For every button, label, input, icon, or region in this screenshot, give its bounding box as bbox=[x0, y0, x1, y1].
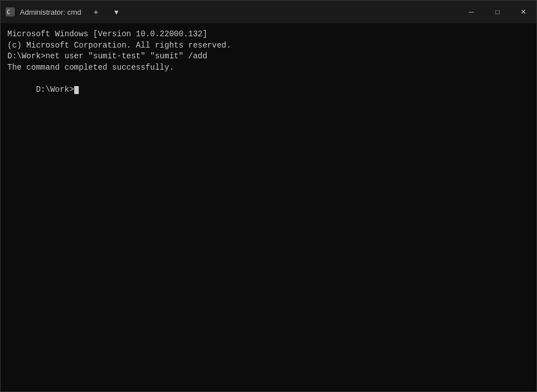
terminal-line-2: (c) Microsoft Corporation. All rights re… bbox=[7, 40, 530, 52]
terminal-line-1: Microsoft Windows [Version 10.0.22000.13… bbox=[7, 29, 530, 40]
terminal-cursor bbox=[74, 86, 79, 94]
terminal-prompt-line: D:\Work> bbox=[7, 73, 530, 106]
maximize-button[interactable]: □ bbox=[484, 1, 510, 23]
titlebar: C Administrator: cmd + ▾ ─ □ ✕ bbox=[1, 1, 536, 23]
titlebar-tabs: + ▾ bbox=[86, 1, 126, 23]
window-controls: ─ □ ✕ bbox=[458, 1, 536, 23]
terminal-body[interactable]: Microsoft Windows [Version 10.0.22000.13… bbox=[1, 23, 536, 391]
window-title: Administrator: cmd bbox=[20, 8, 81, 16]
dropdown-button[interactable]: ▾ bbox=[106, 1, 126, 23]
cmd-icon: C bbox=[5, 7, 15, 17]
minimize-button[interactable]: ─ bbox=[458, 1, 484, 23]
add-tab-button[interactable]: + bbox=[86, 1, 106, 23]
cmd-window: C Administrator: cmd + ▾ ─ □ ✕ Microsoft… bbox=[0, 0, 537, 392]
terminal-prompt: D:\Work> bbox=[36, 85, 74, 94]
terminal-line-4: D:\Work>net user "sumit-test" "sumit" /a… bbox=[7, 51, 530, 62]
titlebar-left: C Administrator: cmd bbox=[5, 7, 81, 17]
terminal-line-5: The command completed successfully. bbox=[7, 62, 530, 74]
svg-text:C: C bbox=[7, 9, 10, 15]
close-button[interactable]: ✕ bbox=[510, 1, 536, 23]
